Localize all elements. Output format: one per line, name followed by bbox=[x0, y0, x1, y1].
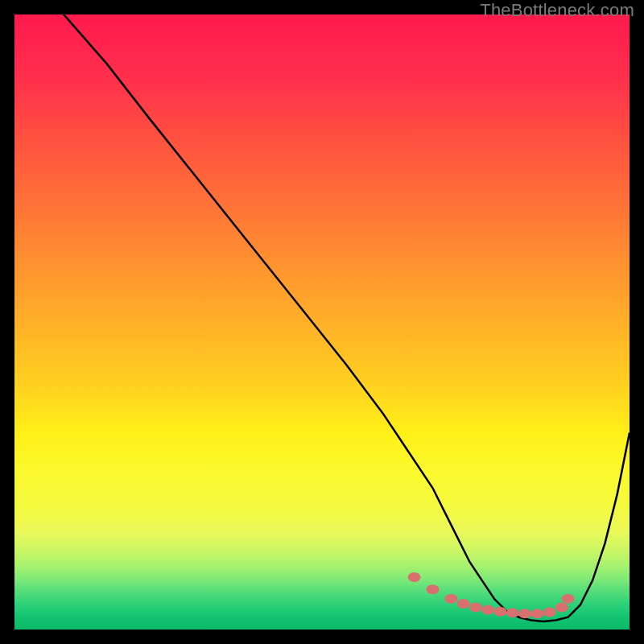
marker-dot bbox=[562, 594, 575, 604]
marker-dot bbox=[408, 572, 421, 582]
plot-area bbox=[14, 14, 630, 630]
marker-dot bbox=[427, 584, 440, 594]
watermark-text: TheBottleneck.com bbox=[480, 0, 634, 21]
marker-dot bbox=[444, 594, 457, 604]
marker-dot bbox=[469, 603, 482, 613]
bottleneck-curve bbox=[14, 14, 630, 621]
marker-dot bbox=[555, 603, 568, 613]
marker-dot bbox=[518, 609, 531, 618]
marker-dot bbox=[530, 609, 543, 618]
curve-layer bbox=[14, 14, 630, 630]
marker-dot bbox=[457, 599, 470, 609]
marker-dot bbox=[481, 605, 494, 615]
marker-dot bbox=[543, 608, 556, 617]
marker-dot bbox=[506, 608, 519, 617]
marker-dot bbox=[494, 607, 507, 617]
chart-container: TheBottleneck.com bbox=[0, 0, 644, 644]
